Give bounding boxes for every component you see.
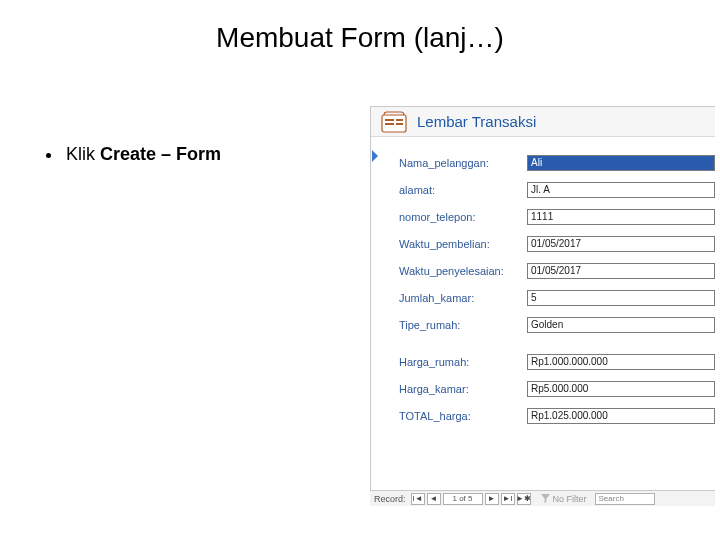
field-label: Harga_kamar: [399,383,527,395]
field-label: Nama_pelanggan: [399,157,527,169]
field-row: alamat:Jl. A [399,176,715,203]
slide-title: Membuat Form (lanj…) [0,22,720,54]
field-row: Waktu_pembelian:01/05/2017 [399,230,715,257]
field-value[interactable]: Rp1.000.000.000 [527,354,715,370]
record-position-input[interactable]: 1 of 5 [443,493,483,505]
field-row: Jumlah_kamar:5 [399,284,715,311]
filter-indicator[interactable]: No Filter [541,494,587,504]
field-value[interactable]: Ali [527,155,715,171]
bullet-prefix: Klik [66,144,100,164]
field-row: Nama_pelanggan:Ali [399,149,715,176]
field-label: alamat: [399,184,527,196]
field-label: Waktu_penyelesaian: [399,265,527,277]
field-value[interactable]: 01/05/2017 [527,263,715,279]
form-icon [381,111,407,133]
nav-next-button[interactable]: ► [485,493,499,505]
field-label: nomor_telepon: [399,211,527,223]
filter-text: No Filter [553,494,587,504]
field-value[interactable]: 5 [527,290,715,306]
field-row: Harga_kamar:Rp5.000.000 [399,375,715,402]
bullet-line: Klik Create – Form [46,144,221,165]
field-label: TOTAL_harga: [399,410,527,422]
bullet-icon [46,153,51,158]
field-label: Harga_rumah: [399,356,527,368]
field-value[interactable]: 1111 [527,209,715,225]
svg-rect-3 [396,119,403,121]
record-nav-bar: Record: I◄ ◄ 1 of 5 ► ►I ►✱ No Filter Se… [370,490,715,506]
nav-last-button[interactable]: ►I [501,493,515,505]
field-value[interactable]: Rp1.025.000.000 [527,408,715,424]
access-form-window: Lembar Transaksi Nama_pelanggan:Alialama… [370,106,715,506]
field-value[interactable]: Golden [527,317,715,333]
nav-new-button[interactable]: ►✱ [517,493,531,505]
funnel-icon [541,494,550,503]
form-header-title: Lembar Transaksi [417,113,536,130]
bullet-bold: Create – Form [100,144,221,164]
field-label: Tipe_rumah: [399,319,527,331]
record-label: Record: [374,494,406,504]
form-header: Lembar Transaksi [371,107,715,137]
svg-rect-4 [396,123,403,125]
field-row: Tipe_rumah:Golden [399,311,715,338]
field-label: Jumlah_kamar: [399,292,527,304]
field-value[interactable]: Jl. A [527,182,715,198]
fields-container: Nama_pelanggan:Alialamat:Jl. Anomor_tele… [371,137,715,429]
svg-rect-1 [385,119,394,121]
search-input[interactable]: Search [595,493,655,505]
field-value[interactable]: Rp5.000.000 [527,381,715,397]
field-row: Waktu_penyelesaian:01/05/2017 [399,257,715,284]
field-row: nomor_telepon:1111 [399,203,715,230]
field-row: TOTAL_harga:Rp1.025.000.000 [399,402,715,429]
form-body: Lembar Transaksi Nama_pelanggan:Alialama… [370,106,715,490]
nav-first-button[interactable]: I◄ [411,493,425,505]
field-value[interactable]: 01/05/2017 [527,236,715,252]
field-row: Harga_rumah:Rp1.000.000.000 [399,348,715,375]
field-label: Waktu_pembelian: [399,238,527,250]
nav-prev-button[interactable]: ◄ [427,493,441,505]
svg-rect-2 [385,123,394,125]
